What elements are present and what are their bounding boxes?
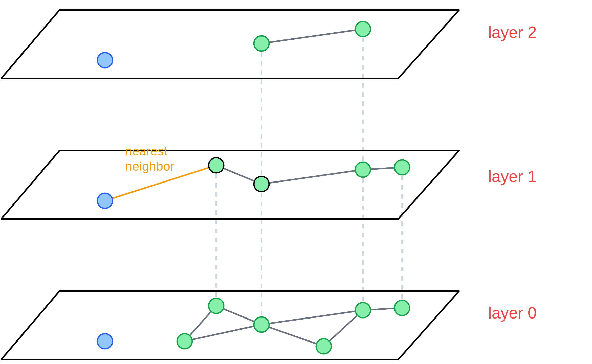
planes-group	[1, 10, 459, 359]
data-node	[355, 162, 370, 177]
data-node	[177, 334, 192, 349]
graph-edge	[270, 311, 355, 324]
graph-edge	[190, 312, 211, 335]
data-node	[394, 300, 410, 315]
graph-edge	[270, 30, 355, 42]
labels-group: layer 2layer 1layer 0nearestneighbor	[125, 23, 537, 322]
data-node	[316, 339, 331, 354]
graph-edge	[270, 171, 355, 183]
graph-edge	[224, 168, 254, 181]
nearest-label-line2: neighbor	[125, 159, 174, 173]
graph-edge	[371, 308, 394, 310]
data-node	[209, 298, 224, 313]
edges-group	[113, 30, 394, 344]
data-node	[355, 303, 370, 318]
layer-label-1: layer 1	[488, 167, 537, 186]
plane-layer-1	[1, 151, 459, 219]
graph-edge	[371, 168, 394, 169]
hnsw-diagram: layer 2layer 1layer 0nearestneighbor	[0, 0, 592, 364]
data-node	[254, 36, 269, 51]
data-node	[254, 317, 269, 332]
graph-edge	[269, 327, 316, 344]
plane-layer-0	[1, 291, 459, 359]
data-node	[394, 160, 410, 175]
query-node	[97, 53, 113, 68]
layer-label-0: layer 0	[488, 304, 537, 322]
data-node	[254, 176, 269, 192]
query-node	[97, 334, 113, 349]
data-node	[209, 158, 224, 173]
nearest-label-line1: nearest	[125, 144, 167, 158]
graph-edge	[224, 309, 254, 322]
data-node	[355, 21, 370, 37]
graph-edge	[192, 326, 253, 339]
plane-layer-2	[1, 10, 459, 78]
query-node	[97, 193, 113, 208]
layer-label-2: layer 2	[488, 23, 537, 41]
graph-edge	[330, 316, 357, 341]
